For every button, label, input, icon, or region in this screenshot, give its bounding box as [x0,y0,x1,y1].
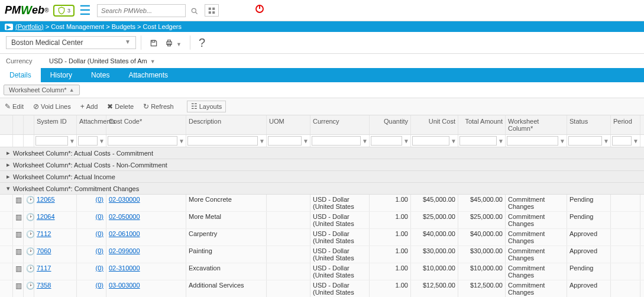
clock-icon[interactable]: 🕑 [26,213,35,221]
chevron-down-icon[interactable]: ▼ [150,59,156,64]
attachments-link[interactable]: (0) [96,213,103,220]
filter-icon[interactable]: ▼ [498,138,504,144]
filter-icon[interactable]: ▼ [603,138,609,144]
refresh-button[interactable]: ↻Refresh [143,102,174,111]
copy-icon[interactable]: ▥ [15,230,22,238]
copy-icon[interactable]: ▥ [15,264,22,273]
attachments-link[interactable]: (0) [96,247,103,254]
attachments-link[interactable]: (0) [96,196,103,203]
filter-input[interactable] [412,136,449,146]
clock-icon[interactable]: 🕑 [26,264,35,273]
attachments-link[interactable]: (0) [96,264,103,272]
filter-input[interactable] [312,136,361,146]
print-icon[interactable]: ▼ [165,37,182,49]
cost-code-link[interactable]: 02-310000 [109,264,140,272]
copy-icon[interactable]: ▥ [15,282,22,290]
filter-input[interactable] [507,136,558,146]
breadcrumb-cm[interactable]: Cost Management [51,23,104,30]
power-icon[interactable] [254,4,265,17]
system-id-link[interactable]: 12064 [37,213,55,220]
group-row[interactable]: ▸Worksheet Column*: Actual Costs - Commi… [0,147,644,159]
attachments-link[interactable]: (0) [96,230,103,237]
filter-input[interactable] [108,136,177,146]
clock-icon[interactable]: 🕑 [26,196,35,204]
breadcrumb-back-icon[interactable]: ▶ [5,24,13,30]
table-row[interactable]: ▥🕑12065(0)02-030000More ConcreteUSD - Do… [0,195,644,212]
filter-input[interactable] [568,136,602,146]
filter-icon[interactable]: ▼ [259,138,265,144]
filter-icon[interactable]: ▼ [633,138,639,144]
clock-icon[interactable]: 🕑 [26,247,35,256]
table-row[interactable]: ▥🕑7358(0)03-003000Additional ServicesUSD… [0,280,644,297]
system-id-link[interactable]: 12065 [37,196,55,203]
expand-icon[interactable]: ▸ [4,173,13,180]
expand-icon[interactable]: ▸ [4,149,13,157]
table-row[interactable]: ▥🕑7117(0)02-310000ExcavationUSD - Dollar… [0,263,644,280]
filter-input[interactable] [78,136,98,146]
filter-icon[interactable]: ▼ [179,138,185,144]
group-row[interactable]: ▾Worksheet Column*: Commitment Changes [0,183,644,195]
col-description[interactable]: Description [186,115,267,134]
save-icon[interactable] [150,37,158,49]
col-currency[interactable]: Currency [310,115,370,134]
edit-button[interactable]: ✎Edit [5,102,24,111]
search-icon[interactable] [190,5,199,15]
system-id-link[interactable]: 7060 [37,247,51,254]
filter-icon[interactable]: ▼ [99,138,105,144]
collapse-icon[interactable]: ▾ [4,185,13,192]
tab-attachments[interactable]: Attachments [119,68,177,82]
table-row[interactable]: ▥🕑7112(0)02-061000CarpentryUSD - Dollar … [0,229,644,246]
copy-icon[interactable]: ▥ [15,247,22,256]
expand-icon[interactable]: ▸ [4,161,13,169]
filter-input[interactable] [459,136,497,146]
filter-input[interactable] [371,136,402,146]
delete-button[interactable]: ✖Delete [107,102,134,111]
col-status[interactable]: Status [567,115,611,134]
filter-icon[interactable]: ▼ [69,138,75,144]
col-period[interactable]: Period [611,115,640,134]
col-total[interactable]: Total Amount [458,115,506,134]
clock-icon[interactable]: 🕑 [26,230,35,238]
col-unit-cost[interactable]: Unit Cost [411,115,458,134]
col-worksheet-column[interactable]: Worksheet Column* [506,115,567,134]
filter-icon[interactable]: ▼ [559,138,565,144]
breadcrumb-budgets[interactable]: Budgets [112,23,135,30]
col-system-id[interactable]: System ID [34,115,77,134]
table-row[interactable]: ▥🕑12064(0)02-050000More MetalUSD - Dolla… [0,212,644,229]
filter-input[interactable] [35,136,68,146]
breadcrumb-ledgers[interactable]: Cost Ledgers [143,23,182,30]
clock-icon[interactable]: 🕑 [26,282,35,290]
group-by-pill[interactable]: Worksheet Column* ▲ [4,85,80,95]
search-input[interactable] [101,7,166,14]
filter-icon[interactable]: ▼ [303,138,309,144]
layouts-button[interactable]: ☷Layouts [187,101,226,112]
cost-code-link[interactable]: 02-061000 [109,230,140,237]
col-attachments[interactable]: Attachments [77,115,106,134]
filter-icon[interactable]: ▼ [451,138,457,144]
cost-code-link[interactable]: 02-030000 [109,196,140,203]
cost-code-link[interactable]: 03-003000 [109,282,140,289]
filter-input[interactable] [187,136,258,146]
col-quantity[interactable]: Quantity [370,115,411,134]
project-dropdown[interactable]: Boston Medical Center ▼ [6,36,136,49]
table-row[interactable]: ▥🕑7060(0)02-099000PaintingUSD - Dollar (… [0,246,644,263]
tab-history[interactable]: History [41,68,82,82]
attachments-link[interactable]: (0) [96,282,103,289]
copy-icon[interactable]: ▥ [15,213,22,221]
apps-icon[interactable] [205,4,219,17]
col-uom[interactable]: UOM [267,115,310,134]
tab-notes[interactable]: Notes [82,68,119,82]
filter-input[interactable] [612,136,632,146]
search-box[interactable] [97,4,186,17]
menu-icon[interactable]: ☰ [79,3,91,18]
help-icon[interactable]: ? [199,36,205,50]
col-cost-code[interactable]: Cost Code* [106,115,186,134]
system-id-link[interactable]: 7358 [37,282,51,289]
group-row[interactable]: ▸Worksheet Column*: Actual Income [0,171,644,183]
breadcrumb-portfolio[interactable]: (Portfolio) [15,23,44,30]
filter-input[interactable] [268,136,302,146]
system-id-link[interactable]: 7112 [37,230,51,237]
filter-icon[interactable]: ▼ [403,138,409,144]
group-row[interactable]: ▸Worksheet Column*: Actual Costs - Non-C… [0,159,644,171]
add-button[interactable]: +Add [80,102,98,111]
